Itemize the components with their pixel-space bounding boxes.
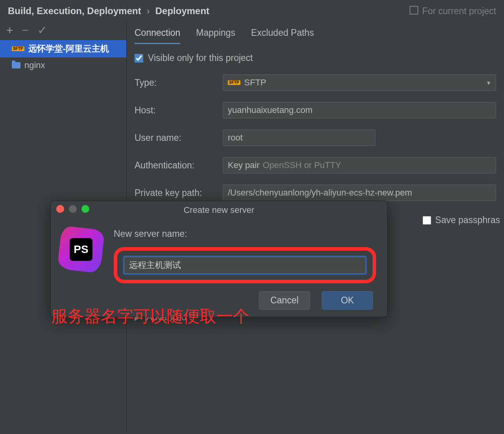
authentication-label: Authentication: [135, 160, 223, 171]
zoom-icon[interactable] [81, 205, 89, 213]
new-server-name-input[interactable] [124, 256, 366, 274]
add-button[interactable]: + [6, 24, 13, 36]
user-name-input[interactable]: root [223, 129, 375, 146]
ps-logo-text: PS [70, 238, 92, 261]
phpstorm-logo-icon: PS [58, 226, 104, 273]
type-select[interactable]: SFTP SFTP [223, 74, 496, 91]
cancel-button[interactable]: Cancel [259, 291, 310, 310]
close-icon[interactable] [56, 205, 64, 213]
dialog-title: Create new server [184, 205, 255, 215]
type-label: Type: [135, 78, 223, 88]
visible-only-checkbox[interactable] [135, 54, 143, 63]
server-toolbar: + − ✓ [0, 22, 126, 40]
save-passphrase-label: Save passphras [435, 215, 500, 225]
host-input[interactable]: yuanhuaixuetang.com [223, 102, 496, 118]
user-name-label: User name: [135, 133, 223, 143]
save-passphrase-checkbox[interactable] [423, 216, 431, 225]
host-label: Host: [135, 105, 223, 116]
breadcrumb: Build, Execution, Deployment › Deploymen… [0, 0, 504, 22]
authentication-select[interactable]: Key pair OpenSSH or PuTTY [223, 157, 496, 174]
server-name: nginx [24, 60, 45, 70]
window-controls [56, 205, 89, 213]
new-server-name-label: New server name: [114, 229, 376, 239]
visible-only-label: Visible only for this project [148, 53, 253, 63]
for-project-label: For current project [422, 6, 496, 17]
tab-excluded-paths[interactable]: Excluded Paths [251, 28, 314, 44]
minimize-icon [69, 205, 77, 213]
folder-icon [12, 62, 20, 68]
dialog-titlebar: Create new server [51, 201, 387, 219]
authentication-value: Key pair [228, 160, 260, 170]
tab-connection[interactable]: Connection [135, 28, 180, 44]
breadcrumb-current: Deployment [155, 6, 209, 17]
tab-mappings[interactable]: Mappings [196, 28, 235, 44]
save-passphrase-checkbox-row: Save passphras [423, 215, 500, 225]
private-key-input[interactable]: /Users/chenyuanlong/yh-aliyun-ecs-hz-new… [223, 185, 496, 201]
type-value: SFTP [244, 78, 266, 88]
authentication-hint: OpenSSH or PuTTY [263, 160, 341, 170]
for-current-project-hint: For current project [411, 6, 496, 17]
chevron-right-icon: › [147, 6, 150, 17]
annotation-highlight [114, 247, 376, 283]
sftp-icon: SFTP [228, 80, 240, 85]
create-new-server-dialog: Create new server PS New server name: Ca… [50, 201, 388, 317]
server-item-yuanhuai[interactable]: SFTP 远怀学堂-阿里云主机 [0, 40, 126, 57]
private-key-label: Private key path: [135, 188, 223, 198]
breadcrumb-parent[interactable]: Build, Execution, Deployment [8, 6, 141, 17]
server-name: 远怀学堂-阿里云主机 [28, 43, 109, 55]
copy-icon [411, 7, 418, 15]
check-button[interactable]: ✓ [37, 24, 47, 36]
sftp-icon: SFTP [12, 46, 24, 51]
tabs: Connection Mappings Excluded Paths [127, 22, 504, 44]
server-item-nginx[interactable]: nginx [0, 57, 126, 73]
annotation-text: 服务器名字可以随便取一个 [51, 305, 249, 327]
remove-button[interactable]: − [22, 24, 29, 36]
ok-button[interactable]: OK [322, 291, 373, 310]
